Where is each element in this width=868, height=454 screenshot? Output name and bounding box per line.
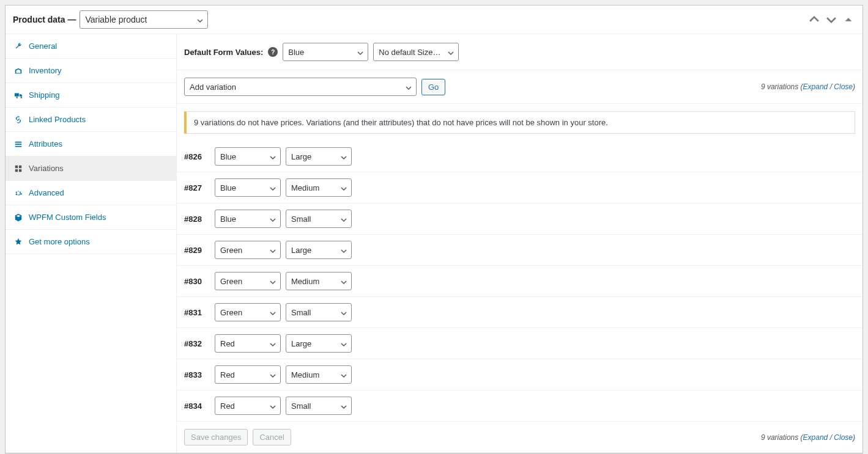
sidebar-item-label: Shipping — [29, 90, 60, 100]
default-form-values: Default Form Values: ? Blue No default S… — [177, 34, 862, 70]
truck-icon — [14, 91, 23, 100]
variation-row[interactable]: #833 Red Medium — [177, 359, 862, 390]
default-size-select[interactable]: No default Size… — [373, 43, 459, 61]
variation-size-select[interactable]: Large — [286, 334, 352, 353]
sidebar-item-general[interactable]: General — [6, 34, 176, 59]
sidebar-item-wpfm-custom-fields[interactable]: WPFM Custom Fields — [6, 205, 176, 230]
variation-size-select[interactable]: Medium — [286, 178, 352, 197]
link-icon — [14, 115, 23, 124]
variation-row[interactable]: #828 Blue Small — [177, 203, 862, 235]
help-icon[interactable]: ? — [268, 47, 278, 57]
variation-color-select[interactable]: Blue — [215, 178, 281, 197]
save-changes-button[interactable]: Save changes — [184, 429, 248, 445]
sidebar-item-label: Linked Products — [29, 115, 86, 124]
variation-color-select[interactable]: Blue — [215, 210, 281, 228]
variation-size-select[interactable]: Small — [286, 303, 352, 321]
sidebar-item-linked-products[interactable]: Linked Products — [6, 108, 176, 132]
variation-size-select[interactable]: Large — [286, 241, 352, 259]
default-color-select[interactable]: Blue — [283, 43, 368, 61]
variation-color-select[interactable]: Green — [215, 303, 281, 321]
sidebar-item-get-more-options[interactable]: Get more options — [6, 230, 176, 254]
expand-link[interactable]: Expand — [803, 433, 828, 442]
variation-color-select[interactable]: Blue — [215, 147, 281, 166]
gear-icon — [14, 189, 23, 197]
variation-size-select[interactable]: Medium — [286, 272, 352, 290]
variation-size-select[interactable]: Small — [286, 210, 352, 228]
variation-row[interactable]: #830 Green Medium — [177, 266, 862, 297]
variation-id: #829 — [184, 246, 210, 255]
variation-id: #828 — [184, 214, 210, 224]
close-link[interactable]: Close — [834, 82, 853, 91]
sidebar-item-label: Advanced — [29, 188, 64, 197]
go-button[interactable]: Go — [421, 79, 445, 95]
default-form-values-label: Default Form Values: — [184, 48, 263, 57]
sidebar-item-attributes[interactable]: Attributes — [6, 132, 176, 156]
sidebar-item-shipping[interactable]: Shipping — [6, 83, 176, 108]
sidebar-item-label: Variations — [29, 164, 64, 173]
cube-icon — [14, 213, 23, 222]
product-data-panel: Product data — Variable product — [5, 5, 863, 453]
variation-id: #826 — [184, 152, 210, 161]
variation-row[interactable]: #827 Blue Medium — [177, 172, 862, 203]
sidebar-item-label: WPFM Custom Fields — [29, 213, 106, 222]
variation-id: #834 — [184, 401, 210, 411]
wrench-icon — [14, 42, 23, 51]
sidebar-item-advanced[interactable]: Advanced — [6, 181, 176, 205]
panel-body: General Inventory Shipping Linked Produc… — [6, 34, 862, 453]
product-data-tabs: General Inventory Shipping Linked Produc… — [6, 34, 177, 453]
panel-down-icon[interactable] — [825, 13, 838, 26]
variation-id: #832 — [184, 339, 210, 348]
variation-color-select[interactable]: Green — [215, 241, 281, 259]
variation-id: #831 — [184, 308, 210, 317]
panel-toggle-icon[interactable] — [842, 13, 855, 26]
variations-count-top: 9 variations (Expand / Close) — [761, 82, 855, 91]
sidebar-item-label: Attributes — [29, 139, 62, 148]
panel-title: Product data — — [13, 15, 76, 24]
expand-link[interactable]: Expand — [803, 82, 828, 91]
sidebar-item-label: Get more options — [29, 237, 90, 246]
variations-list: #826 Blue Large #827 Blue — [177, 141, 862, 422]
variation-color-select[interactable]: Red — [215, 334, 281, 353]
close-link[interactable]: Close — [834, 433, 853, 442]
variations-main: Default Form Values: ? Blue No default S… — [177, 34, 862, 453]
variation-row[interactable]: #829 Green Large — [177, 235, 862, 266]
variation-action-select[interactable]: Add variation — [184, 78, 417, 96]
variation-size-select[interactable]: Small — [286, 397, 352, 415]
price-warning-notice: 9 variations do not have prices. Variati… — [184, 111, 855, 134]
variation-row[interactable]: #834 Red Small — [177, 390, 862, 422]
variations-count-bottom: 9 variations (Expand / Close) — [761, 433, 855, 442]
variation-id: #830 — [184, 277, 210, 286]
panel-header: Product data — Variable product — [6, 5, 862, 34]
variation-color-select[interactable]: Red — [215, 397, 281, 415]
variation-id: #827 — [184, 183, 210, 192]
variation-row[interactable]: #826 Blue Large — [177, 141, 862, 172]
variation-row[interactable]: #831 Green Small — [177, 297, 862, 328]
inventory-icon — [14, 67, 23, 75]
product-type-select[interactable]: Variable product — [80, 10, 208, 29]
list-icon — [14, 140, 23, 148]
variation-row[interactable]: #832 Red Large — [177, 328, 862, 359]
product-type-wrap: Variable product — [80, 10, 208, 29]
variation-size-select[interactable]: Medium — [286, 365, 352, 384]
grid-icon — [14, 164, 23, 173]
sidebar-item-label: General — [29, 42, 57, 51]
variations-footer: Save changes Cancel 9 variations (Expand… — [177, 422, 862, 453]
more-icon — [14, 238, 23, 246]
panel-up-icon[interactable] — [807, 13, 821, 26]
sidebar-item-variations[interactable]: Variations — [6, 156, 176, 181]
cancel-button[interactable]: Cancel — [253, 429, 291, 445]
variation-color-select[interactable]: Green — [215, 272, 281, 290]
variation-size-select[interactable]: Large — [286, 147, 352, 166]
sidebar-item-label: Inventory — [29, 66, 61, 75]
variations-toolbar: Add variation Go 9 variations (Expand / … — [177, 70, 862, 104]
sidebar-item-inventory[interactable]: Inventory — [6, 59, 176, 83]
variation-color-select[interactable]: Red — [215, 365, 281, 384]
header-actions — [807, 13, 855, 26]
variation-id: #833 — [184, 370, 210, 379]
